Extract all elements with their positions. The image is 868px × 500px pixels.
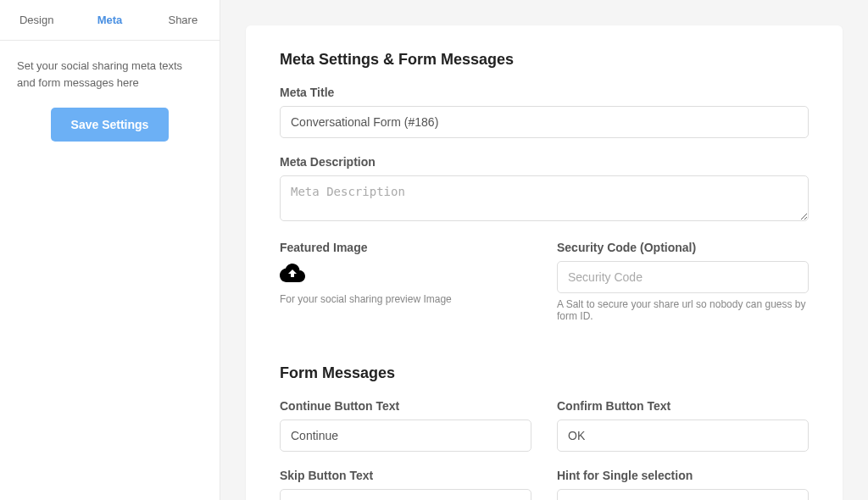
continue-button-input[interactable] [280,419,531,452]
meta-description-input[interactable] [280,175,809,221]
meta-title-label: Meta Title [280,86,809,99]
continue-button-label: Continue Button Text [280,399,531,413]
security-code-help: A Salt to secure your share url so nobod… [557,298,809,322]
featured-image-label: Featured Image [280,241,531,254]
sidebar: Design Meta Share Set your social sharin… [0,0,220,500]
security-code-group: Security Code (Optional) A Salt to secur… [557,241,809,322]
security-code-input[interactable] [557,261,809,293]
skip-button-group: Skip Button Text [280,469,531,500]
meta-title-input[interactable] [280,106,809,138]
main-content: Meta Settings & Form Messages Meta Title… [220,0,868,500]
continue-button-group: Continue Button Text [280,399,531,452]
cloud-upload-icon[interactable] [280,261,531,288]
meta-description-group: Meta Description [280,155,809,224]
featured-image-help: For your social sharing preview Image [280,293,531,305]
confirm-button-group: Confirm Button Text [557,399,809,452]
skip-button-input[interactable] [280,489,531,500]
hint-single-input[interactable] [557,489,809,500]
meta-settings-title: Meta Settings & Form Messages [280,51,809,69]
tab-design[interactable]: Design [0,0,73,40]
featured-image-group: Featured Image For your social sharing p… [280,241,531,305]
tab-share[interactable]: Share [147,0,220,40]
form-messages-title: Form Messages [280,364,809,382]
save-settings-button[interactable]: Save Settings [51,108,170,142]
hint-single-group: Hint for Single selection [557,469,809,500]
skip-button-label: Skip Button Text [280,469,531,482]
tab-meta[interactable]: Meta [73,0,146,40]
sidebar-content: Set your social sharing meta texts and f… [0,41,220,158]
hint-single-label: Hint for Single selection [557,469,809,482]
meta-title-group: Meta Title [280,86,809,138]
tabs: Design Meta Share [0,0,220,41]
confirm-button-label: Confirm Button Text [557,399,809,413]
security-code-label: Security Code (Optional) [557,241,809,254]
sidebar-description: Set your social sharing meta texts and f… [17,58,203,91]
meta-description-label: Meta Description [280,155,809,169]
confirm-button-input[interactable] [557,419,809,452]
content-card: Meta Settings & Form Messages Meta Title… [246,25,843,500]
